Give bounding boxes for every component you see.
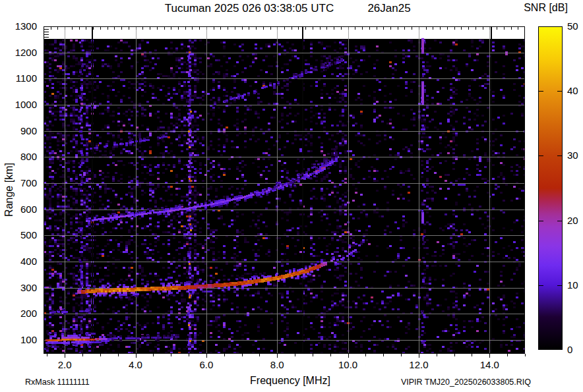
y-tick-label: 100 [0, 334, 37, 345]
x-axis-tick [313, 354, 313, 356]
x-axis-tick [118, 354, 119, 356]
y-tick-label: 1000 [0, 99, 37, 110]
x-axis-tick [277, 354, 278, 358]
x-axis-tick [419, 354, 419, 358]
colorbar-notch [557, 155, 562, 156]
ionogram-heatmap [44, 26, 525, 354]
colorbar-tick-label: 0 [567, 344, 572, 355]
x-axis-tick [295, 354, 295, 356]
x-axis-tick [242, 354, 243, 356]
colorbar-tick-label: 40 [567, 85, 578, 96]
plot-date: 26Jan25 [350, 2, 429, 15]
colorbar [538, 26, 563, 350]
colorbar-tick-label: 30 [567, 150, 578, 161]
colorbar-notch [539, 285, 543, 286]
x-axis-tick [47, 354, 47, 356]
y-tick-label: 1100 [0, 72, 37, 84]
x-axis-tick [259, 354, 260, 356]
x-axis-tick [206, 354, 207, 358]
y-tick-label: 1300 [0, 20, 37, 32]
x-tick-label: 6.0 [188, 359, 225, 370]
y-tick-label: 400 [0, 256, 37, 267]
colorbar-tick-label: 20 [567, 215, 578, 226]
colorbar-notch [557, 91, 562, 92]
file-reference: VIPIR TMJ20_2025026033805.RIQ [369, 378, 531, 387]
x-tick-label: 14.0 [471, 359, 508, 370]
y-tick-label: 600 [0, 204, 37, 215]
colorbar-notch [539, 155, 543, 156]
colorbar-notch [557, 285, 562, 286]
colorbar-notch [557, 221, 562, 221]
x-axis-label: Frequency [MHz] [191, 375, 389, 387]
x-tick-label: 12.0 [400, 359, 437, 370]
x-tick-label: 8.0 [259, 359, 295, 370]
rxmask-label: RxMask 11111111 [25, 378, 90, 387]
x-axis-tick [171, 354, 171, 356]
y-tick-label: 700 [0, 177, 37, 188]
x-tick-label: 10.0 [330, 359, 367, 370]
y-tick-label: 300 [0, 282, 37, 293]
x-axis-tick [383, 354, 384, 356]
x-axis-tick [472, 354, 472, 356]
x-axis-tick [489, 354, 490, 358]
x-tick-label: 2.0 [46, 359, 83, 370]
y-tick-label: 800 [0, 151, 37, 162]
x-axis-tick [189, 354, 189, 356]
x-axis-tick [330, 354, 331, 356]
x-axis-tick [224, 354, 225, 356]
y-tick-label: 500 [0, 229, 37, 240]
x-axis-tick [507, 354, 508, 356]
x-axis-tick [136, 354, 137, 358]
x-axis-tick [100, 354, 101, 356]
x-tick-label: 4.0 [117, 359, 154, 370]
colorbar-tick-label: 10 [567, 279, 578, 291]
x-axis-tick [365, 354, 366, 356]
x-axis-tick [65, 354, 65, 358]
x-axis-tick [454, 354, 455, 356]
ionogram-figure: Tucuman 2025 026 03:38:05 UTC 26Jan25 SN… [0, 0, 583, 392]
colorbar-tick-label: 50 [567, 20, 578, 32]
x-axis-tick [437, 354, 437, 356]
y-tick-label: 1200 [0, 47, 37, 58]
x-axis-tick [153, 354, 154, 356]
x-axis-tick [525, 354, 526, 356]
colorbar-title: SNR [dB] [511, 2, 580, 14]
colorbar-notch [539, 221, 543, 221]
y-tick-label: 900 [0, 125, 37, 136]
x-axis-tick [348, 354, 349, 358]
x-axis-tick [401, 354, 402, 356]
x-axis-tick [82, 354, 83, 356]
y-tick-label: 200 [0, 308, 37, 319]
colorbar-notch [539, 91, 543, 92]
